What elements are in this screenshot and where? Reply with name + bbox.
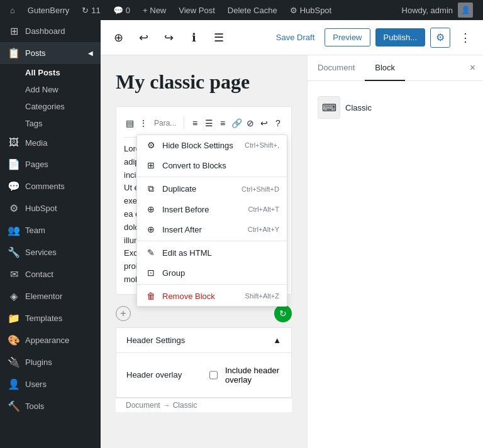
context-edit-html[interactable]: ✎ Edit as HTML: [137, 243, 287, 263]
elementor-icon: ◈: [8, 290, 20, 302]
sidebar-item-dashboard[interactable]: ⊞ Dashboard: [0, 20, 101, 42]
sidebar-item-label: Services: [25, 248, 57, 257]
sidebar: ⊞ Dashboard 📋 Posts ◀ All Posts Add New …: [0, 20, 101, 448]
block-options-button[interactable]: ⋮: [138, 114, 149, 132]
content-editor[interactable]: My classic page ▤ ⋮ Para... ≡ ☰: [101, 55, 307, 448]
undo-button[interactable]: ↩: [133, 28, 153, 48]
header-settings-toggle[interactable]: Header Settings ▲: [116, 327, 292, 353]
redo-button[interactable]: ↪: [158, 28, 179, 48]
list-view-button[interactable]: ☰: [209, 28, 229, 48]
right-panel-content: ⌨ Classic: [308, 81, 483, 448]
shortcut-label: Ctrl+Alt+T: [248, 205, 279, 213]
sidebar-item-plugins[interactable]: 🔌 Plugins: [0, 351, 101, 373]
team-icon: 👥: [8, 224, 20, 236]
sidebar-item-label: Team: [25, 226, 45, 235]
editor-toolbar: ⊕ ↩ ↪ ℹ ☰ Save Draft Preview Publish... …: [101, 20, 483, 55]
context-remove-block[interactable]: 🗑 Remove Block Shift+Alt+Z: [137, 286, 287, 306]
sidebar-item-tools[interactable]: 🔨 Tools: [0, 395, 101, 417]
sidebar-item-templates[interactable]: 📁 Templates: [0, 307, 101, 329]
admin-bar-howdy[interactable]: Howdy, admin 👤: [397, 3, 478, 18]
hubspot-label: HubSpot: [300, 6, 332, 15]
admin-bar-updates[interactable]: ↻ 11: [77, 0, 105, 20]
contact-icon: ✉: [8, 268, 20, 280]
sub-item-label: Tags: [25, 119, 42, 128]
panel-close-button[interactable]: ×: [462, 57, 483, 79]
admin-bar-new[interactable]: + New: [138, 0, 171, 20]
settings-icon: ⚙: [145, 140, 157, 150]
context-duplicate[interactable]: ⧉ Duplicate Ctrl+Shift+D: [137, 178, 287, 199]
sidebar-sub-all-posts[interactable]: All Posts: [0, 64, 101, 81]
sidebar-item-media[interactable]: 🖼 Media: [0, 132, 101, 153]
sidebar-sub-tags[interactable]: Tags: [0, 115, 101, 132]
paragraph-icon: ▤: [126, 118, 134, 128]
sub-item-label: Categories: [25, 102, 65, 111]
gear-icon: ⚙: [436, 31, 445, 43]
align-left-button[interactable]: ≡: [189, 114, 201, 132]
more-options-button[interactable]: ⋮: [455, 28, 475, 48]
align-right-button[interactable]: ≡: [217, 114, 228, 132]
header-overlay-row: Header overlay Include header overlay: [126, 361, 281, 390]
block-help-button[interactable]: ?: [272, 114, 284, 132]
tab-block[interactable]: Block: [365, 55, 405, 81]
sidebar-item-elementor[interactable]: ◈ Elementor: [0, 285, 101, 307]
align-center-button[interactable]: ☰: [203, 114, 214, 132]
sidebar-item-posts[interactable]: 📋 Posts ◀: [0, 42, 101, 64]
delete-cache-label: Delete Cache: [228, 6, 277, 15]
services-icon: 🔧: [8, 246, 20, 258]
block-undo-button[interactable]: ↩: [258, 114, 270, 132]
comments-icon: 💬: [8, 180, 20, 192]
sidebar-item-appearance[interactable]: 🎨 Appearance: [0, 329, 101, 351]
context-item-label: Convert to Blocks: [162, 161, 226, 170]
save-draft-button[interactable]: Save Draft: [271, 29, 319, 46]
sidebar-item-team[interactable]: 👥 Team: [0, 219, 101, 241]
add-block-button[interactable]: +: [116, 306, 131, 321]
posts-icon: 📋: [8, 47, 20, 59]
sidebar-item-contact[interactable]: ✉ Contact: [0, 263, 101, 285]
admin-bar-site[interactable]: GutenBerry: [23, 0, 74, 20]
tab-document[interactable]: Document: [308, 55, 365, 81]
admin-bar-home[interactable]: ⌂: [5, 0, 20, 20]
updates-icon: ↻: [82, 6, 89, 15]
admin-bar-hubspot[interactable]: ⚙ HubSpot: [285, 0, 337, 20]
list-view-icon: ☰: [214, 31, 224, 45]
link-button[interactable]: 🔗: [231, 114, 242, 132]
main-layout: ⊞ Dashboard 📋 Posts ◀ All Posts Add New …: [0, 20, 483, 448]
paragraph-select-button[interactable]: ▤: [124, 114, 135, 132]
options-icon: ⋮: [139, 118, 148, 128]
sidebar-sub-categories[interactable]: Categories: [0, 98, 101, 115]
settings-button[interactable]: ⚙: [430, 28, 450, 48]
sidebar-item-label: Contact: [25, 270, 53, 279]
strikethrough-button[interactable]: ⊘: [245, 114, 256, 132]
shortcut-label: Shift+Alt+Z: [245, 292, 279, 300]
admin-bar-view-post[interactable]: View Post: [174, 0, 220, 20]
sidebar-item-pages[interactable]: 📄 Pages: [0, 153, 101, 175]
sidebar-item-hubspot[interactable]: ⚙ HubSpot: [0, 197, 101, 219]
sidebar-item-users[interactable]: 👤 Users: [0, 373, 101, 395]
sidebar-item-comments[interactable]: 💬 Comments: [0, 175, 101, 197]
new-label: + New: [143, 6, 166, 15]
publish-button[interactable]: Publish...: [375, 28, 425, 46]
context-insert-after[interactable]: ⊕ Insert After Ctrl+Alt+Y: [137, 219, 287, 239]
context-convert-to-blocks[interactable]: ⊞ Convert to Blocks: [137, 155, 287, 175]
sidebar-item-label: HubSpot: [25, 204, 57, 213]
sidebar-sub-add-new[interactable]: Add New: [0, 81, 101, 98]
context-group[interactable]: ⊡ Group: [137, 263, 287, 283]
admin-bar-delete-cache[interactable]: Delete Cache: [223, 0, 282, 20]
menu-divider: [137, 177, 287, 177]
context-insert-before[interactable]: ⊕ Insert Before Ctrl+Alt+T: [137, 199, 287, 219]
info-button[interactable]: ℹ: [184, 28, 204, 48]
regenerate-button[interactable]: ↻: [274, 305, 292, 322]
pages-icon: 📄: [8, 158, 20, 170]
sidebar-item-label: Templates: [25, 314, 62, 323]
overlay-label: Header overlay: [126, 370, 202, 380]
header-overlay-checkbox[interactable]: [209, 370, 218, 380]
add-block-button[interactable]: ⊕: [108, 28, 128, 48]
preview-button[interactable]: Preview: [325, 28, 370, 46]
info-icon: ℹ: [192, 31, 196, 45]
header-settings: Header Settings ▲ Header overlay Include…: [116, 327, 292, 398]
breadcrumb-classic: Classic: [173, 401, 197, 410]
admin-bar-comments[interactable]: 💬 0: [108, 0, 135, 20]
context-hide-block-settings[interactable]: ⚙ Hide Block Settings Ctrl+Shift+,: [137, 135, 287, 155]
sidebar-item-services[interactable]: 🔧 Services: [0, 241, 101, 263]
trash-icon: 🗑: [145, 291, 157, 301]
